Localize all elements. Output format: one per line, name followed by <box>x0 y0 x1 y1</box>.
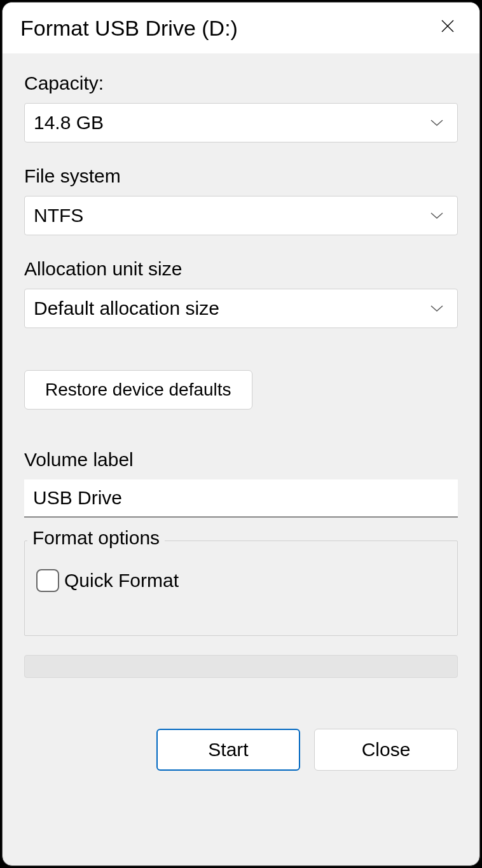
titlebar: Format USB Drive (D:) <box>3 3 479 53</box>
allocation-group: Allocation unit size Default allocation … <box>24 258 458 328</box>
volume-group: Volume label <box>24 449 458 518</box>
filesystem-group: File system NTFS <box>24 165 458 235</box>
chevron-down-icon <box>429 208 444 223</box>
filesystem-label: File system <box>24 165 458 187</box>
capacity-dropdown[interactable]: 14.8 GB <box>24 103 458 142</box>
volume-label-input[interactable] <box>24 479 458 518</box>
close-icon <box>440 18 455 38</box>
allocation-value: Default allocation size <box>34 298 219 319</box>
allocation-label: Allocation unit size <box>24 258 458 280</box>
filesystem-value: NTFS <box>34 205 83 226</box>
capacity-value: 14.8 GB <box>34 112 104 134</box>
format-dialog: Format USB Drive (D:) Capacity: 14.8 GB <box>2 2 480 866</box>
quick-format-checkbox[interactable] <box>36 569 59 592</box>
close-button[interactable]: Close <box>314 729 458 771</box>
chevron-down-icon <box>429 301 444 316</box>
dialog-buttons: Start Close <box>3 729 479 771</box>
format-options-legend: Format options <box>27 527 165 549</box>
progress-bar <box>24 655 458 678</box>
allocation-dropdown[interactable]: Default allocation size <box>24 289 458 328</box>
volume-label: Volume label <box>24 449 458 471</box>
close-window-button[interactable] <box>434 14 462 42</box>
restore-section: Restore device defaults <box>24 370 458 410</box>
chevron-down-icon <box>429 115 444 130</box>
capacity-label: Capacity: <box>24 72 458 94</box>
window-title: Format USB Drive (D:) <box>20 16 238 41</box>
filesystem-dropdown[interactable]: NTFS <box>24 196 458 235</box>
format-options-fieldset: Format options Quick Format <box>24 541 458 636</box>
quick-format-row: Quick Format <box>36 569 446 592</box>
start-button[interactable]: Start <box>156 729 300 771</box>
capacity-group: Capacity: 14.8 GB <box>24 72 458 142</box>
quick-format-label: Quick Format <box>64 570 179 591</box>
dialog-content: Capacity: 14.8 GB File system NTFS <box>3 53 479 678</box>
restore-defaults-button[interactable]: Restore device defaults <box>24 370 252 410</box>
